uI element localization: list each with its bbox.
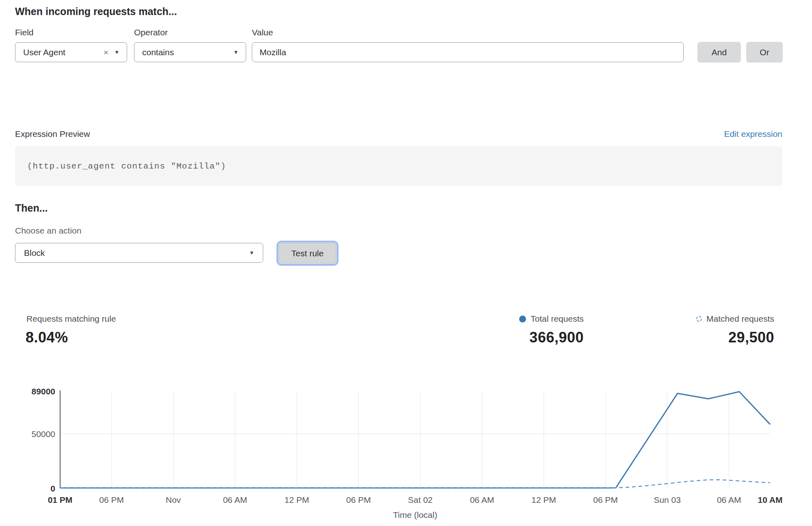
chevron-down-icon: ▼ (249, 250, 263, 255)
field-selected-value: User Agent (15, 48, 101, 57)
field-select[interactable]: User Agent × ▼ (15, 42, 127, 62)
value-label: Value (252, 28, 273, 37)
x-tick-label: 12 PM (284, 495, 309, 504)
requests-matching-value: 8.04% (26, 329, 68, 346)
series-line-dashed (60, 480, 770, 488)
matched-requests-value: 29,500 (728, 329, 774, 346)
matched-requests-label: Matched requests (706, 314, 774, 324)
x-tick-label: Sun 03 (654, 495, 681, 504)
x-tick-label: 01 PM (48, 495, 73, 504)
dashed-circle-icon (696, 316, 702, 322)
operator-label: Operator (134, 28, 168, 37)
total-requests-value: 366,900 (529, 329, 584, 346)
x-tick-label: 06 PM (346, 495, 371, 504)
then-title: Then... (15, 202, 48, 214)
edit-expression-link[interactable]: Edit expression (724, 129, 782, 139)
y-tick-label: 50000 (32, 429, 55, 439)
x-tick-label: 06 AM (470, 495, 494, 504)
action-selected-value: Block (15, 248, 249, 258)
x-tick-label: 06 AM (717, 495, 741, 504)
y-tick-label: 89000 (32, 387, 55, 396)
firewall-rule-page: When incoming requests match... Field Op… (0, 0, 812, 526)
page-title: When incoming requests match... (15, 6, 177, 17)
action-select[interactable]: Block ▼ (15, 243, 263, 263)
x-tick-label: 10 AM (758, 495, 782, 504)
matched-requests-legend: Matched requests (696, 314, 774, 324)
requests-chart: 0500008900001 PM06 PMNov06 AM12 PM06 PMS… (0, 381, 812, 526)
x-axis-title: Time (local) (393, 510, 437, 520)
clear-field-icon[interactable]: × (101, 48, 114, 56)
or-button[interactable]: Or (746, 42, 783, 63)
operator-selected-value: contains (134, 48, 233, 57)
total-requests-label: Total requests (531, 314, 584, 324)
expression-preview-label: Expression Preview (15, 129, 90, 139)
y-tick-label: 0 (50, 484, 55, 493)
x-tick-label: Nov (166, 495, 181, 504)
test-rule-button[interactable]: Test rule (279, 243, 336, 264)
and-button[interactable]: And (697, 42, 741, 63)
series-line-solid (60, 392, 770, 488)
x-tick-label: 06 AM (223, 495, 247, 504)
solid-dot-icon (519, 316, 526, 323)
chevron-down-icon: ▼ (233, 50, 246, 55)
x-tick-label: 06 PM (593, 495, 618, 504)
field-label: Field (15, 28, 34, 37)
expression-code-block: (http.user_agent contains "Mozilla") (15, 146, 782, 186)
choose-action-label: Choose an action (15, 226, 81, 236)
chevron-down-icon: ▼ (114, 50, 127, 55)
expression-code: (http.user_agent contains "Mozilla") (15, 146, 782, 171)
total-requests-legend: Total requests (519, 314, 584, 324)
x-tick-label: 12 PM (531, 495, 556, 504)
requests-matching-label: Requests matching rule (26, 314, 116, 324)
x-tick-label: Sat 02 (408, 495, 433, 504)
operator-select[interactable]: contains ▼ (134, 42, 246, 62)
x-tick-label: 06 PM (99, 495, 124, 504)
value-input[interactable] (252, 42, 684, 62)
